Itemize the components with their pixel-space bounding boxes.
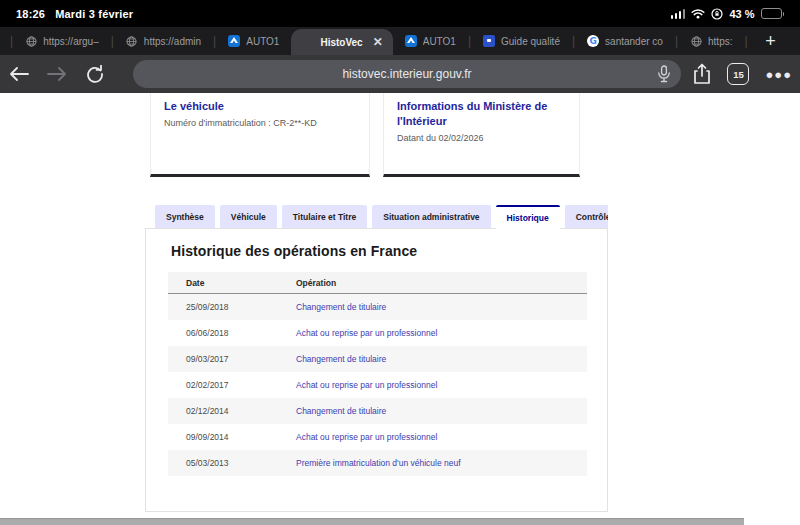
- table-row: 06/06/2018 Achat ou reprise par un profe…: [168, 320, 587, 346]
- row-date: 05/03/2013: [168, 458, 296, 468]
- new-tab-button[interactable]: +: [758, 28, 784, 54]
- tab-label: https://argu–: [43, 36, 99, 47]
- tab-controles-techniques[interactable]: Contrôles techniques: [565, 205, 608, 228]
- battery-percent: 43 %: [729, 8, 754, 20]
- forward-button[interactable]: [38, 55, 76, 93]
- report-tab-bar: Synthèse Véhicule Titulaire et Titre Sit…: [155, 205, 608, 229]
- table-row: 02/12/2014 Changement de titulaire: [168, 398, 587, 424]
- row-date: 06/06/2018: [168, 328, 296, 338]
- row-date: 02/02/2017: [168, 380, 296, 390]
- tab-label: HistoVec: [320, 37, 362, 48]
- france-flag-icon: [301, 38, 314, 47]
- row-date: 02/12/2014: [168, 406, 296, 416]
- ministry-card: Informations du Ministère de l'Intérieur…: [383, 93, 580, 177]
- url-text: histovec.interieur.gouv.fr: [342, 67, 471, 81]
- back-button[interactable]: [0, 55, 38, 93]
- orientation-lock-icon: [711, 8, 723, 20]
- wifi-icon: [691, 8, 705, 19]
- table-header-row: Date Opération: [168, 272, 587, 294]
- tab-vehicule[interactable]: Véhicule: [220, 205, 277, 228]
- google-icon: G: [587, 35, 599, 47]
- row-operation: Achat ou reprise par un professionnel: [296, 380, 587, 390]
- vehicle-card-body: Numéro d'immatriculation : CR-2**-KD: [164, 118, 356, 128]
- table-row: 09/03/2017 Changement de titulaire: [168, 346, 587, 372]
- operations-table: Date Opération 25/09/2018 Changement de …: [168, 272, 587, 476]
- vehicle-card: Le véhicule Numéro d'immatriculation : C…: [150, 93, 370, 177]
- tab-label: Guide qualité: [501, 36, 560, 47]
- status-datetime: 18:26 Mardi 3 février: [16, 8, 133, 20]
- tab-switcher-button[interactable]: 15: [727, 63, 749, 85]
- page-content: Le véhicule Numéro d'immatriculation : C…: [0, 93, 800, 525]
- globe-icon: [126, 35, 138, 47]
- tab-titulaire-et-titre[interactable]: Titulaire et Titre: [282, 205, 367, 228]
- browser-tab-strip: | https://argu– | https://admin | AUTO1 …: [0, 27, 800, 55]
- table-row: 25/09/2018 Changement de titulaire: [168, 294, 587, 320]
- table-row: 09/09/2014 Achat ou reprise par un profe…: [168, 424, 587, 450]
- browser-tab-https[interactable]: https:: [678, 27, 744, 55]
- ministry-card-body: Datant du 02/02/2026: [397, 133, 566, 143]
- column-header-operation: Opération: [296, 278, 587, 288]
- battery-icon: [761, 8, 785, 19]
- row-operation: Première immatriculation d'un véhicule n…: [296, 458, 587, 468]
- tab-label: https://admin: [144, 36, 201, 47]
- reload-button[interactable]: [76, 55, 114, 93]
- vehicle-card-title: Le véhicule: [164, 99, 356, 114]
- browser-tab-argus[interactable]: https://argu–: [13, 27, 111, 55]
- browser-tab-histovec-active[interactable]: HistoVec ✕: [291, 29, 392, 55]
- auto1-icon: [228, 35, 240, 47]
- tab-situation-administrative[interactable]: Situation administrative: [372, 205, 490, 228]
- close-tab-icon[interactable]: ✕: [373, 35, 383, 49]
- auto1-icon: [405, 35, 417, 47]
- row-operation: Changement de titulaire: [296, 354, 587, 364]
- microphone-icon[interactable]: [657, 65, 671, 83]
- status-time: 18:26: [16, 8, 45, 20]
- table-row: 02/02/2017 Achat ou reprise par un profe…: [168, 372, 587, 398]
- section-title: Historique des opérations en France: [171, 243, 607, 259]
- globe-icon: [690, 35, 702, 47]
- row-operation: Changement de titulaire: [296, 406, 587, 416]
- table-row: 05/03/2013 Première immatriculation d'un…: [168, 450, 587, 476]
- more-menu-icon[interactable]: ●●●: [765, 67, 792, 82]
- tab-label: santander co: [605, 36, 663, 47]
- tab-separator: |: [745, 34, 748, 48]
- row-date: 25/09/2018: [168, 302, 296, 312]
- tab-label: AUTO1: [246, 36, 279, 47]
- footer-edge-bar: [0, 518, 744, 525]
- row-operation: Achat ou reprise par un professionnel: [296, 432, 587, 442]
- browser-tab-auto1-2[interactable]: AUTO1: [393, 27, 468, 55]
- tab-label: https:: [708, 36, 732, 47]
- browser-tab-auto1[interactable]: AUTO1: [216, 27, 291, 55]
- tab-synthese[interactable]: Synthèse: [155, 205, 215, 228]
- globe-icon: [25, 35, 37, 47]
- ministry-card-title: Informations du Ministère de l'Intérieur: [397, 99, 566, 129]
- tab-label: AUTO1: [423, 36, 456, 47]
- share-icon[interactable]: [693, 63, 711, 85]
- status-bar: 18:26 Mardi 3 février 43 %: [0, 0, 800, 27]
- cellular-signal-icon: [671, 9, 686, 19]
- historique-panel: Historique des opérations en France Date…: [145, 228, 608, 512]
- row-date: 09/03/2017: [168, 354, 296, 364]
- column-header-date: Date: [168, 278, 296, 288]
- row-date: 09/09/2014: [168, 432, 296, 442]
- tab-historique[interactable]: Historique: [496, 205, 560, 229]
- address-bar[interactable]: histovec.interieur.gouv.fr: [133, 60, 681, 88]
- row-operation: Achat ou reprise par un professionnel: [296, 328, 587, 338]
- browser-tab-guide[interactable]: Guide qualité: [471, 27, 572, 55]
- browser-tab-santander[interactable]: G santander co: [575, 27, 675, 55]
- browser-tab-admin[interactable]: https://admin: [114, 27, 213, 55]
- status-date: Mardi 3 février: [55, 8, 133, 20]
- guide-icon: [483, 35, 495, 47]
- row-operation: Changement de titulaire: [296, 302, 587, 312]
- browser-toolbar: histovec.interieur.gouv.fr 15 ●●●: [0, 55, 800, 93]
